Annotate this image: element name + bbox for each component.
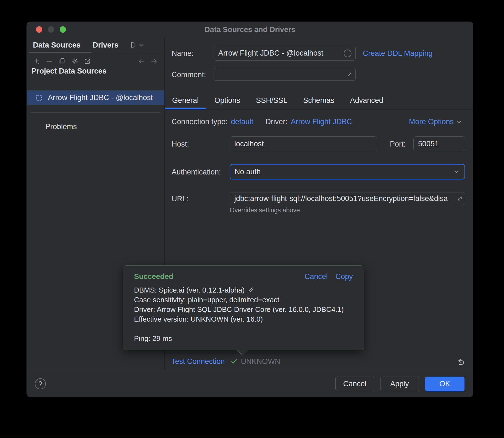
ok-button[interactable]: OK [425, 377, 464, 391]
export-icon[interactable] [84, 58, 91, 65]
authentication-value: No auth [235, 168, 261, 176]
test-row-divider [164, 353, 473, 353]
back-arrow-icon[interactable] [138, 58, 145, 65]
revert-icon[interactable] [456, 357, 465, 366]
popup-status: Succeeded [134, 272, 174, 281]
tab-general[interactable]: General [165, 92, 206, 109]
popup-dbms-line: DBMS: Spice.ai (ver. 0.12.1-alpha) [134, 285, 353, 295]
chevron-down-icon [456, 119, 463, 125]
tab-options[interactable]: Options [207, 92, 247, 109]
footer-buttons: Cancel Apply OK [335, 377, 464, 391]
host-input[interactable]: localhost [230, 136, 377, 151]
datasource-item-label: Arrow Flight JDBC - @localhost [48, 93, 153, 102]
tab-data-sources[interactable]: Data Sources [33, 41, 81, 49]
progress-spinner-icon [344, 49, 351, 57]
expand-url-icon[interactable] [456, 195, 464, 202]
history-nav [138, 58, 158, 65]
url-hint: Overrides settings above [230, 207, 300, 214]
name-input[interactable]: Arrow Flight JDBC - @localhost [214, 46, 356, 61]
help-label: ? [38, 380, 42, 388]
expand-comment-icon[interactable] [346, 71, 353, 78]
sidebar-item-problems[interactable]: Problems [27, 120, 164, 133]
url-input[interactable]: jdbc:arrow-flight-sql://localhost:50051?… [230, 192, 465, 205]
port-value: 50051 [418, 140, 439, 148]
edit-pencil-icon[interactable] [247, 286, 254, 294]
remove-icon[interactable] [46, 58, 53, 65]
titlebar: Data Sources and Drivers [27, 22, 473, 37]
active-tab-underline [29, 52, 91, 53]
popup-case-line: Case sensitivity: plain=upper, delimited… [134, 295, 353, 305]
create-ddl-mapping-link[interactable]: Create DDL Mapping [363, 49, 433, 58]
project-data-sources-header: Project Data Sources [32, 67, 107, 75]
name-label: Name: [172, 49, 194, 58]
name-value: Arrow Flight JDBC - @localhost [218, 49, 323, 58]
popup-copy-link[interactable]: Copy [335, 272, 353, 281]
connection-type-row: Connection type: default Driver: Arrow F… [172, 118, 352, 126]
tabs-divider [164, 109, 473, 109]
driver-label: Driver: [266, 118, 288, 126]
sidebar-item-arrow-flight-jdbc[interactable]: Arrow Flight JDBC - @localhost [27, 90, 164, 105]
url-label: URL: [172, 195, 189, 203]
driver-value-link[interactable]: Arrow Flight JDBC [291, 118, 352, 126]
host-label: Host: [172, 140, 189, 148]
arrow-flight-datasource-icon [35, 94, 43, 101]
forward-arrow-icon[interactable] [150, 58, 158, 65]
tab-drivers[interactable]: Drivers [93, 41, 119, 49]
test-connection-row: Test Connection UNKNOWN [171, 354, 280, 369]
problems-label: Problems [45, 122, 77, 131]
data-sources-dialog: Data Sources and Drivers Data Sources Dr… [27, 22, 473, 397]
sidebar-toolbar [27, 54, 164, 68]
tab-ssh-ssl[interactable]: SSH/SSL [249, 92, 295, 109]
more-options-label: More Options [409, 118, 454, 126]
port-input[interactable]: 50051 [413, 136, 465, 151]
url-value: jdbc:arrow-flight-sql://localhost:50051?… [234, 194, 448, 203]
popup-driver-line: Driver: Arrow Flight SQL JDBC Driver Cor… [134, 305, 353, 314]
footer-divider [27, 370, 473, 370]
port-label: Port: [390, 140, 406, 148]
sidebar-tab-strip: Data Sources Drivers D [27, 37, 164, 53]
tab-advanced[interactable]: Advanced [343, 92, 390, 109]
host-value: localhost [234, 140, 264, 148]
chevron-down-icon[interactable] [138, 41, 145, 49]
popup-header: Succeeded Cancel Copy [134, 272, 353, 281]
popup-ping-line: Ping: 29 ms [134, 334, 353, 343]
more-options-link[interactable]: More Options [409, 118, 463, 126]
gear-icon[interactable] [71, 58, 78, 65]
cancel-button[interactable]: Cancel [335, 377, 374, 391]
popup-cancel-link[interactable]: Cancel [305, 272, 328, 281]
apply-button[interactable]: Apply [380, 377, 419, 391]
duplicate-icon[interactable] [58, 58, 66, 65]
popup-body: DBMS: Spice.ai (ver. 0.12.1-alpha) Case … [134, 285, 353, 343]
tab-schemas[interactable]: Schemas [296, 92, 342, 109]
authentication-label: Authentication: [172, 168, 221, 176]
tab-ddl-truncated[interactable]: D [131, 41, 136, 49]
chevron-down-icon [453, 168, 460, 175]
add-icon[interactable] [33, 58, 40, 65]
sidebar-divider [31, 112, 161, 113]
success-check-icon [230, 357, 238, 366]
window-title: Data Sources and Drivers [27, 25, 473, 34]
test-connection-popup: Succeeded Cancel Copy DBMS: Spice.ai (ve… [123, 265, 364, 350]
comment-input[interactable] [214, 68, 356, 81]
connection-type-label: Connection type: [172, 118, 228, 126]
desktop-background: Data Sources and Drivers Data Sources Dr… [0, 0, 504, 438]
help-button[interactable]: ? [35, 378, 46, 389]
popup-version-line: Effective version: UNKNOWN (ver. 16.0) [134, 314, 353, 324]
comment-label: Comment: [172, 71, 206, 79]
test-status-text: UNKNOWN [241, 357, 280, 366]
test-connection-link[interactable]: Test Connection [171, 357, 225, 366]
connection-type-value-link[interactable]: default [231, 118, 253, 126]
authentication-dropdown[interactable]: No auth [230, 164, 465, 179]
settings-tabs: General Options SSH/SSL Schemas Advanced [165, 92, 390, 109]
